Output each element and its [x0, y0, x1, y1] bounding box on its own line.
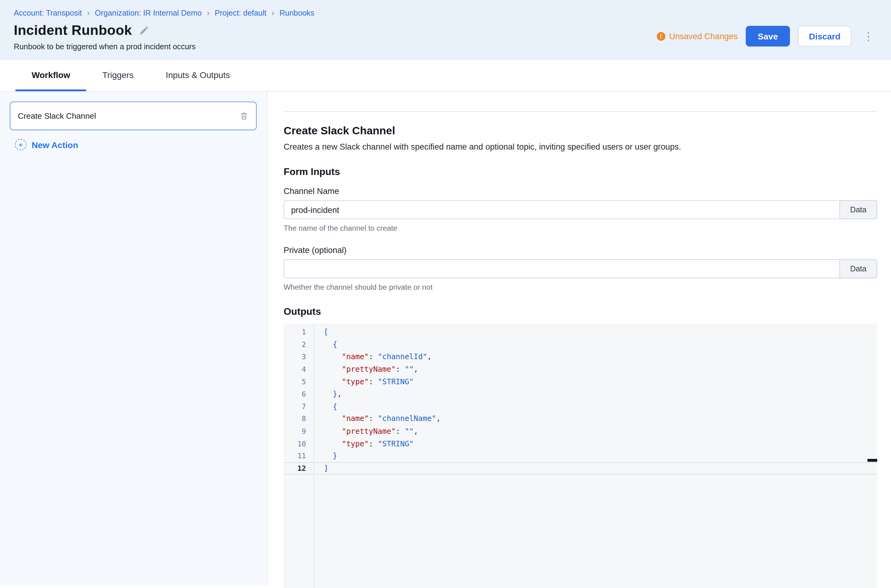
breadcrumb-organization[interactable]: Organization: IR Internal Demo	[95, 8, 202, 17]
action-card-label: Create Slack Channel	[18, 111, 96, 120]
private-label: Private (optional)	[283, 246, 877, 255]
channel-name-data-button[interactable]: Data	[839, 200, 877, 219]
breadcrumb: Account: Transposit › Organization: IR I…	[14, 8, 877, 17]
private-helper: Whether the channel should be private or…	[283, 283, 877, 291]
save-button[interactable]: Save	[745, 26, 790, 46]
line-number: 10	[283, 440, 313, 448]
line-number: 12	[283, 464, 313, 472]
channel-name-input[interactable]	[283, 200, 877, 219]
title-block: Incident Runbook Runbook to be triggered…	[14, 22, 196, 51]
breadcrumb-separator: ›	[207, 8, 210, 17]
line-number: 5	[283, 377, 313, 386]
delete-action-icon[interactable]	[239, 111, 248, 121]
warning-icon: !	[656, 32, 665, 40]
code-lines: 1[2 {3 "name": "channelId",4 "prettyName…	[283, 324, 877, 474]
header-actions: ! Unsaved Changes Save Discard ⋮	[656, 26, 877, 46]
code-line: 7 {	[283, 400, 877, 412]
line-number: 3	[283, 352, 313, 361]
line-number: 6	[283, 390, 313, 398]
form-inputs-heading: Form Inputs	[283, 166, 877, 178]
plus-icon: +	[15, 139, 27, 150]
code-line: 1[	[283, 326, 877, 338]
action-title: Create Slack Channel	[283, 124, 877, 137]
code-line: 10 "type": "STRING"	[283, 437, 877, 449]
cursor-marker	[867, 459, 877, 462]
private-input[interactable]	[283, 260, 877, 278]
breadcrumb-separator: ›	[272, 8, 274, 17]
unsaved-changes-label: Unsaved Changes	[669, 32, 738, 41]
unsaved-changes-badge: ! Unsaved Changes	[656, 32, 737, 41]
line-number: 11	[283, 452, 313, 460]
app-window: Account: Transposit › Organization: IR I…	[0, 0, 891, 588]
channel-name-helper: The name of the channel to create	[283, 224, 877, 232]
edit-title-icon[interactable]	[139, 26, 149, 36]
breadcrumb-runbooks[interactable]: Runbooks	[280, 8, 315, 17]
breadcrumb-project[interactable]: Project: default	[215, 8, 266, 17]
action-detail-panel: Create Slack Channel Creates a new Slack…	[268, 92, 891, 585]
private-field-row: Data	[283, 260, 877, 278]
action-description: Creates a new Slack channel with specifi…	[283, 142, 877, 152]
tab-inputs-outputs[interactable]: Inputs & Outputs	[150, 60, 246, 91]
action-card-create-slack-channel[interactable]: Create Slack Channel	[10, 102, 257, 130]
code-line: 11 }	[283, 450, 877, 462]
overflow-menu-icon[interactable]: ⋮	[859, 30, 877, 43]
line-number: 2	[283, 340, 313, 349]
tab-bar: Workflow Triggers Inputs & Outputs	[0, 60, 891, 92]
line-number: 4	[283, 365, 313, 374]
code-line: 3 "name": "channelId",	[283, 351, 877, 363]
page-subtitle: Runbook to be triggered when a prod inci…	[14, 42, 196, 51]
breadcrumb-separator: ›	[87, 8, 90, 17]
workflow-steps-panel: Create Slack Channel + New Action	[0, 92, 268, 585]
code-line: 2 {	[283, 338, 877, 350]
code-line: 4 "prettyName": "",	[283, 363, 877, 375]
tab-triggers[interactable]: Triggers	[86, 60, 150, 91]
tab-workflow[interactable]: Workflow	[16, 60, 86, 91]
breadcrumb-account[interactable]: Account: Transposit	[14, 8, 82, 17]
private-data-button[interactable]: Data	[839, 260, 877, 278]
page-header: Account: Transposit › Organization: IR I…	[0, 0, 891, 60]
channel-name-field-row: Data	[283, 200, 877, 219]
line-number: 9	[283, 427, 313, 435]
detail-top-divider	[283, 111, 877, 112]
code-line: 12]	[283, 462, 877, 474]
new-action-button[interactable]: + New Action	[15, 139, 257, 150]
line-number: 8	[283, 414, 313, 423]
code-line: 8 "name": "channelName",	[283, 412, 877, 424]
code-line: 5 "type": "STRING"	[283, 375, 877, 388]
code-line: 9 "prettyName": "",	[283, 425, 877, 437]
outputs-heading: Outputs	[283, 306, 877, 318]
page-title: Incident Runbook	[14, 22, 132, 39]
line-number: 7	[283, 402, 313, 411]
channel-name-label: Channel Name	[283, 186, 877, 195]
outputs-code-editor[interactable]: 1[2 {3 "name": "channelId",4 "prettyName…	[283, 324, 877, 588]
line-number: 1	[283, 328, 313, 336]
new-action-label: New Action	[32, 140, 78, 150]
discard-button[interactable]: Discard	[798, 26, 851, 46]
code-line: 6 },	[283, 388, 877, 400]
